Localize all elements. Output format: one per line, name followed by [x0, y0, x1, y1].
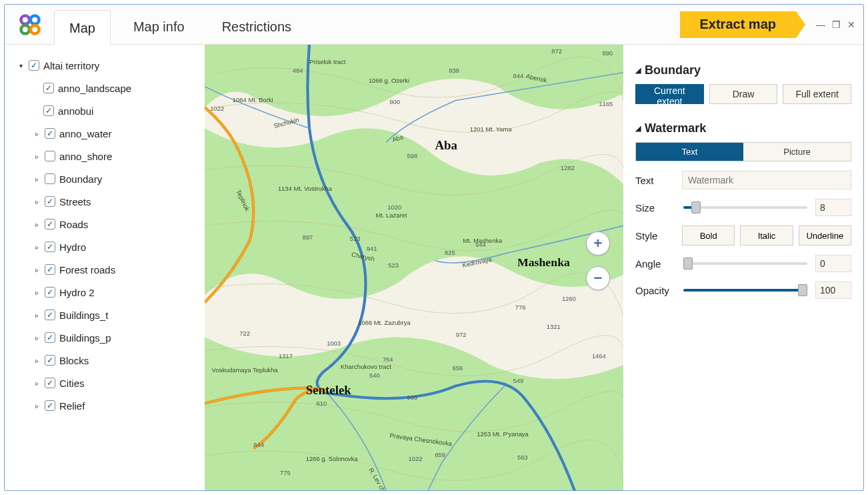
minimize-icon[interactable]: —: [816, 19, 825, 30]
layer-checkbox[interactable]: ✓: [45, 128, 55, 139]
boundary-draw-button[interactable]: Draw: [709, 84, 778, 104]
app-logo: [18, 13, 42, 37]
layer-checkbox[interactable]: ✓: [43, 105, 54, 116]
expand-icon[interactable]: ▹: [33, 243, 41, 251]
tree-item[interactable]: ▹anno_shore: [17, 145, 202, 167]
layer-checkbox[interactable]: [45, 173, 55, 184]
layer-checkbox[interactable]: ✓: [45, 196, 55, 207]
svg-point-0: [21, 15, 30, 24]
tree-item[interactable]: ▹✓Cities: [17, 372, 202, 394]
map-canvas[interactable]: Aba Mashenka Sentelek Priselok tract 106…: [205, 45, 623, 490]
watermark-angle-value[interactable]: 0: [815, 255, 851, 272]
layer-checkbox[interactable]: ✓: [45, 287, 55, 298]
tree-item[interactable]: ▹✓Roads: [17, 213, 202, 235]
layer-label: annobui: [58, 105, 93, 117]
svg-text:Priselok tract: Priselok tract: [309, 58, 346, 65]
layer-checkbox[interactable]: ✓: [45, 219, 55, 229]
watermark-tab-picture[interactable]: Picture: [743, 143, 851, 161]
close-icon[interactable]: ✕: [847, 19, 855, 30]
expand-icon[interactable]: ▹: [33, 266, 41, 274]
svg-text:776: 776: [515, 304, 526, 311]
svg-text:825: 825: [445, 249, 455, 256]
svg-text:656: 656: [453, 364, 463, 372]
expand-icon[interactable]: ▹: [33, 334, 41, 342]
tab-map[interactable]: Map: [54, 10, 111, 45]
tree-item[interactable]: ▹✓Streets: [17, 190, 202, 213]
tree-item[interactable]: ▹✓Relief: [17, 394, 202, 417]
svg-text:722: 722: [239, 330, 250, 337]
watermark-style-label: Style: [635, 230, 675, 241]
svg-text:1201 Mt. Yama: 1201 Mt. Yama: [470, 125, 513, 133]
tree-item[interactable]: ▹✓Forest roads: [17, 258, 202, 281]
tree-item[interactable]: ▹✓Hydro: [17, 235, 202, 258]
layer-checkbox[interactable]: ✓: [45, 264, 55, 275]
map-zoom-controls: + −: [586, 231, 610, 290]
tree-item[interactable]: ▹Boundary: [17, 167, 202, 190]
tree-item[interactable]: ▹✓Buildings_t: [17, 304, 202, 326]
watermark-tab-text[interactable]: Text: [636, 143, 743, 161]
layer-checkbox[interactable]: ✓: [45, 378, 55, 388]
boundary-section-title[interactable]: ◢ Boundary: [635, 63, 851, 77]
boundary-full-extent-button[interactable]: Full extent: [783, 84, 851, 104]
expand-icon[interactable]: ▹: [33, 198, 41, 205]
tree-item[interactable]: ▹✓Hydro 2: [17, 281, 202, 304]
svg-text:944: 944: [475, 241, 486, 248]
watermark-size-value[interactable]: 8: [815, 199, 851, 216]
layer-checkbox[interactable]: ✓: [29, 60, 39, 71]
expand-icon[interactable]: ▹: [33, 312, 41, 319]
zoom-in-button[interactable]: +: [586, 231, 610, 256]
layer-label: Hydro 2: [59, 287, 95, 298]
layer-checkbox[interactable]: ✓: [45, 310, 55, 320]
tree-item[interactable]: ▹✓anno_water: [17, 122, 202, 145]
zoom-out-button[interactable]: −: [586, 266, 610, 290]
svg-text:1253 Mt. P'yanaya: 1253 Mt. P'yanaya: [477, 430, 529, 438]
expand-icon[interactable]: ▹: [33, 380, 41, 387]
expand-icon[interactable]: ▹: [33, 153, 41, 160]
watermark-text-input[interactable]: [682, 171, 851, 189]
style-italic-button[interactable]: Italic: [740, 225, 793, 245]
maximize-icon[interactable]: ❐: [832, 19, 841, 30]
expand-icon[interactable]: ▹: [33, 289, 41, 296]
layer-label: Relief: [59, 400, 85, 412]
watermark-size-slider[interactable]: [683, 206, 807, 209]
svg-text:1266  g. Solonovka: 1266 g. Solonovka: [306, 455, 359, 462]
boundary-current-extent-button[interactable]: Current extent: [635, 84, 704, 104]
expand-icon[interactable]: ▹: [33, 130, 41, 137]
style-underline-button[interactable]: Underline: [799, 225, 851, 245]
tree-root-item[interactable]: ▾ ✓ Altai territory: [17, 54, 202, 77]
svg-text:1321: 1321: [547, 323, 561, 330]
layer-checkbox[interactable]: ✓: [45, 400, 55, 411]
extract-map-button[interactable]: Extract map: [680, 11, 797, 38]
layer-checkbox[interactable]: ✓: [45, 241, 55, 252]
collapse-icon[interactable]: ▾: [17, 62, 25, 69]
svg-text:563: 563: [517, 454, 528, 461]
expand-icon[interactable]: ▹: [33, 357, 41, 364]
expand-icon[interactable]: ▹: [33, 221, 41, 228]
svg-text:610: 610: [316, 400, 327, 407]
layer-checkbox[interactable]: ✓: [45, 355, 55, 366]
expand-icon[interactable]: ▹: [33, 175, 41, 183]
expand-icon[interactable]: ▹: [33, 402, 41, 410]
tree-item[interactable]: ▹✓Blocks: [17, 349, 202, 372]
watermark-angle-slider[interactable]: [683, 262, 807, 265]
watermark-opacity-slider[interactable]: [683, 289, 807, 292]
layer-checkbox[interactable]: ✓: [43, 83, 54, 93]
svg-text:549: 549: [513, 377, 524, 384]
tree-item[interactable]: ✓anno_landscape: [17, 77, 202, 99]
layer-sidebar[interactable]: ▾ ✓ Altai territory ✓anno_landscape✓anno…: [5, 45, 205, 490]
watermark-opacity-value[interactable]: 100: [815, 282, 851, 299]
svg-text:1066  g. Ozerki: 1066 g. Ozerki: [369, 77, 409, 84]
layer-checkbox[interactable]: [45, 151, 55, 161]
window-controls: — ❐ ✕: [816, 19, 855, 30]
svg-text:659: 659: [435, 451, 445, 458]
tree-item[interactable]: ▹✓Buildings_p: [17, 326, 202, 349]
watermark-section-title[interactable]: ◢ Watermark: [635, 121, 851, 135]
style-bold-button[interactable]: Bold: [682, 225, 735, 245]
watermark-text-row: Text: [635, 171, 851, 189]
svg-text:1464: 1464: [592, 352, 606, 360]
tree-item[interactable]: ✓annobui: [17, 99, 202, 122]
watermark-text-label: Text: [635, 175, 675, 186]
tab-map-info[interactable]: Map info: [119, 9, 199, 44]
layer-checkbox[interactable]: ✓: [45, 332, 55, 343]
tab-restrictions[interactable]: Restrictions: [207, 9, 306, 44]
